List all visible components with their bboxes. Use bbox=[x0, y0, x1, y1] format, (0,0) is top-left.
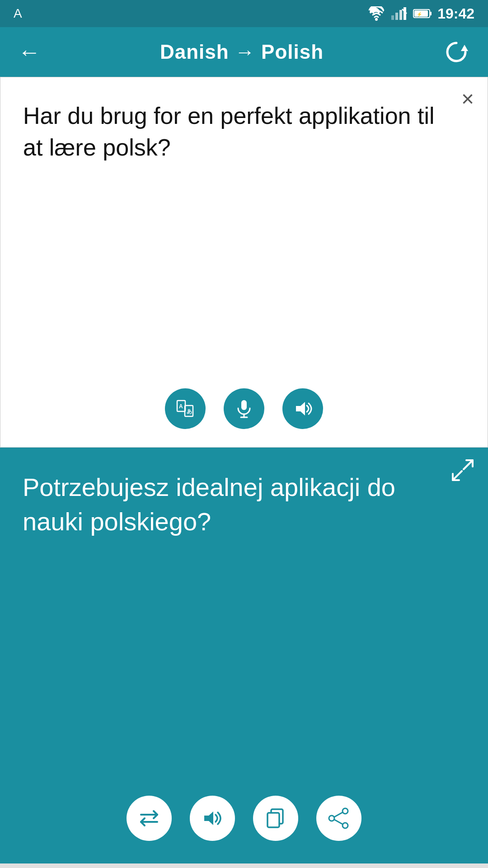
svg-point-29 bbox=[343, 823, 348, 828]
share-button[interactable] bbox=[316, 796, 361, 841]
close-button[interactable]: × bbox=[461, 88, 474, 110]
signal-icon bbox=[390, 6, 408, 21]
svg-marker-19 bbox=[296, 402, 305, 415]
reset-button[interactable] bbox=[443, 38, 470, 66]
app-icon: A bbox=[14, 6, 22, 21]
svg-marker-24 bbox=[204, 811, 213, 825]
speaker-icon bbox=[292, 398, 313, 419]
status-bar: A ⚡ 19:42 bbox=[0, 0, 488, 27]
svg-line-20 bbox=[453, 471, 462, 480]
wifi-icon bbox=[368, 6, 385, 21]
svg-line-31 bbox=[334, 820, 343, 824]
swap-icon bbox=[137, 807, 161, 830]
svg-rect-4 bbox=[399, 10, 402, 20]
svg-rect-5 bbox=[404, 7, 406, 20]
target-actions bbox=[0, 782, 488, 863]
reset-icon bbox=[443, 38, 470, 66]
svg-point-27 bbox=[343, 808, 348, 814]
svg-line-21 bbox=[464, 460, 473, 469]
share-icon bbox=[327, 807, 351, 830]
swap-button[interactable] bbox=[127, 796, 172, 841]
svg-rect-26 bbox=[267, 813, 279, 827]
target-speaker-button[interactable] bbox=[190, 796, 235, 841]
svg-point-1 bbox=[375, 18, 378, 20]
copy-icon bbox=[264, 807, 287, 830]
target-text[interactable]: Potrzebujesz idealnej aplikacji do nauki… bbox=[0, 448, 488, 782]
svg-text:⚡: ⚡ bbox=[417, 11, 422, 17]
app-title: Danish → Polish bbox=[160, 41, 324, 63]
mic-icon bbox=[234, 398, 254, 419]
expand-button[interactable] bbox=[451, 458, 474, 482]
app-bar: ← Danish → Polish bbox=[0, 27, 488, 77]
svg-rect-16 bbox=[241, 400, 247, 410]
back-button[interactable]: ← bbox=[18, 41, 41, 63]
status-bar-left: A bbox=[14, 6, 22, 21]
target-speaker-icon bbox=[201, 807, 224, 830]
svg-rect-8 bbox=[430, 12, 432, 15]
svg-line-30 bbox=[334, 812, 343, 817]
status-time: 19:42 bbox=[437, 5, 474, 22]
microphone-button[interactable] bbox=[224, 388, 264, 429]
battery-icon: ⚡ bbox=[413, 7, 432, 20]
svg-marker-11 bbox=[461, 45, 468, 51]
svg-text:あ: あ bbox=[187, 408, 192, 415]
svg-text:A: A bbox=[179, 403, 183, 410]
translate-button[interactable]: A あ bbox=[165, 388, 206, 429]
source-speaker-button[interactable] bbox=[282, 388, 323, 429]
expand-icon bbox=[451, 458, 474, 482]
copy-button[interactable] bbox=[253, 796, 298, 841]
svg-rect-3 bbox=[395, 13, 398, 20]
svg-point-28 bbox=[329, 816, 334, 821]
source-text[interactable]: Har du brug for en perfekt applikation t… bbox=[0, 77, 488, 375]
svg-rect-2 bbox=[391, 15, 394, 20]
source-actions: A あ bbox=[0, 375, 488, 447]
source-panel: × Har du brug for en perfekt applikation… bbox=[0, 77, 488, 448]
translate-icon: A あ bbox=[175, 398, 196, 419]
target-panel: Potrzebujesz idealnej aplikacji do nauki… bbox=[0, 448, 488, 863]
status-bar-right: ⚡ 19:42 bbox=[368, 5, 474, 22]
